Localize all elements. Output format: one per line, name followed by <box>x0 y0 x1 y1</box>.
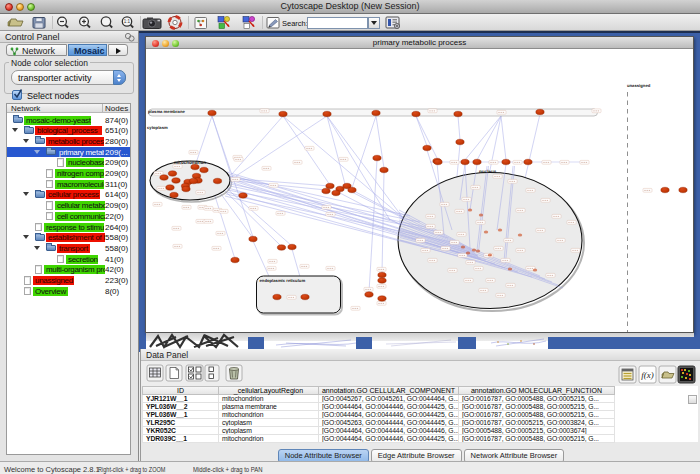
svg-text:1:1: 1:1 <box>124 19 131 24</box>
svg-text:nucleus: nucleus <box>479 169 497 174</box>
svg-text:endoplasmic reticulum: endoplasmic reticulum <box>260 278 306 283</box>
svg-text:plasma membrane: plasma membrane <box>148 109 185 114</box>
svg-text:f(x): f(x) <box>641 370 654 380</box>
svg-text:unassigned: unassigned <box>627 83 651 88</box>
svg-text:cytoplasm: cytoplasm <box>147 125 168 130</box>
